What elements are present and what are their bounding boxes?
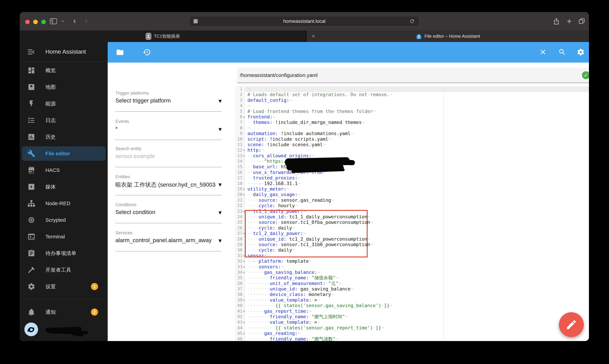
code-line-39: ········value_template:·>¬ — [247, 297, 589, 303]
close-icon[interactable] — [539, 48, 547, 56]
fold-arrow-icon[interactable]: ▾ — [243, 298, 245, 303]
line-number: 41▾ — [235, 309, 245, 314]
sidebar-toggle-icon[interactable] — [50, 18, 57, 24]
field-entities[interactable]: Entities晾衣架 工作状态 (sensor.hyd_cn_5900341…… — [115, 174, 222, 195]
line-number: 4 — [235, 103, 245, 108]
fold-arrow-icon[interactable]: ▾ — [243, 320, 245, 325]
tab-overview-icon[interactable] — [578, 18, 585, 25]
line-number: 25 — [235, 220, 245, 225]
edit-fab-button[interactable] — [559, 312, 584, 337]
share-icon[interactable] — [553, 18, 560, 25]
line-number: 26 — [235, 225, 245, 231]
fold-arrow-icon[interactable]: ▾ — [243, 148, 245, 153]
sidebar-item-file-editor[interactable]: File editor — [20, 145, 108, 162]
fold-arrow-icon[interactable]: ▾ — [243, 153, 245, 159]
dropdown-arrow-icon[interactable]: ▼ — [219, 99, 222, 104]
saved-check-icon: ✓ — [582, 71, 589, 79]
line-number: 29 — [235, 242, 245, 247]
line-number: 13▾ — [235, 153, 245, 158]
reload-icon[interactable] — [409, 18, 415, 24]
settings-gear-icon[interactable] — [577, 48, 585, 56]
forward-icon[interactable] — [83, 18, 90, 25]
sidebar-item-label: File editor — [45, 145, 70, 162]
code-line-18: ····-·192.168.31.1¬ — [247, 181, 589, 186]
hammer-icon — [27, 266, 35, 274]
sidebar-item-node-red[interactable]: Node-RED — [20, 195, 108, 212]
tab-badge: 1 — [146, 33, 151, 40]
sidebar-item-terminal[interactable]: Terminal — [20, 228, 108, 245]
fold-arrow-icon[interactable]: ▾ — [243, 114, 245, 120]
file-path-field[interactable]: /homeassistant/configuration.yaml ✓ — [237, 68, 589, 83]
code-editor[interactable]: 123456▾789101112▾13▾141516171819▾20▾2122… — [235, 86, 589, 341]
code-line-12: http:¬ — [247, 147, 589, 153]
line-number: 19▾ — [235, 186, 245, 192]
line-number: 27▾ — [235, 231, 245, 236]
field-trigger-platforms[interactable]: Trigger platformsSelect trigger platform… — [115, 91, 222, 112]
view-dashboard-icon — [27, 66, 35, 74]
sidebar-item-设置[interactable]: 设置1 — [20, 278, 108, 295]
sidebar-item-历史[interactable]: 历史 — [20, 129, 108, 145]
sidebar-divider — [20, 299, 108, 299]
fold-arrow-icon[interactable]: ▾ — [243, 186, 245, 192]
fold-arrow-icon[interactable]: ▾ — [243, 270, 245, 275]
sidebar-item-能源[interactable]: 能源 — [20, 95, 108, 112]
dropdown-arrow-icon[interactable]: ▼ — [219, 182, 222, 187]
code-line-3: default_config:¬ — [247, 98, 589, 103]
dropdown-arrow-icon[interactable]: ▼ — [219, 127, 222, 132]
field-value: alarm_control_panel.alarm_arm_away — [115, 237, 216, 244]
menu-toggle-icon[interactable] — [27, 49, 35, 55]
fold-arrow-icon[interactable]: ▾ — [243, 331, 245, 336]
pencil-icon — [566, 319, 577, 331]
history-icon[interactable] — [143, 48, 151, 56]
fold-arrow-icon[interactable]: ▾ — [243, 259, 245, 264]
user-profile-row[interactable] — [20, 321, 108, 338]
fold-arrow-icon[interactable]: ▾ — [243, 209, 245, 214]
address-bar[interactable]: homeassistant.local — [189, 16, 419, 26]
sidebar-item-label: 通知 — [45, 304, 56, 320]
folder-icon[interactable] — [116, 48, 124, 56]
sidebar-item-scrypted[interactable]: Scrypted — [20, 212, 108, 228]
sidebar-item-待办事项清单[interactable]: 待办事项清单 — [20, 245, 108, 261]
line-number: 7 — [235, 120, 245, 125]
fold-arrow-icon[interactable]: ▾ — [243, 231, 245, 236]
fullscreen-window-button[interactable] — [41, 20, 46, 24]
field-label: Events — [115, 119, 129, 124]
sidebar-item-概览[interactable]: 概览 — [20, 62, 108, 79]
code-line-1: ¬ — [247, 86, 589, 92]
close-window-button[interactable] — [25, 20, 30, 24]
line-number: 16 — [235, 170, 245, 175]
field-search-entity[interactable]: Search entitysensor.example — [115, 146, 222, 167]
sidebar-item-媒体[interactable]: 媒体 — [20, 178, 108, 195]
tab-tc1-smart-plug[interactable]: 1 TC1智能插座 — [20, 30, 306, 42]
tab-file-editor[interactable]: × File editor – Home Assistant — [306, 30, 589, 42]
sidebar-item-label: 地图 — [45, 79, 56, 95]
field-services[interactable]: Servicesalarm_control_panel.alarm_arm_aw… — [115, 230, 222, 251]
sidebar-item-开发者工具[interactable]: 开发者工具 — [20, 261, 108, 278]
hacs-store-icon: HACS — [27, 166, 35, 174]
field-events[interactable]: Events*▼ — [115, 119, 222, 140]
sidebar-item-日志[interactable]: 日志 — [20, 112, 108, 129]
field-label: Entities — [115, 174, 130, 180]
dropdown-arrow-icon[interactable]: ▼ — [219, 238, 222, 243]
minimize-window-button[interactable] — [33, 20, 38, 24]
avatar[interactable] — [24, 323, 38, 336]
clipboard-list-icon — [27, 249, 35, 257]
fold-arrow-icon[interactable]: ▾ — [243, 253, 245, 259]
sidebar-item-hacs[interactable]: HACSHACS — [20, 162, 108, 178]
field-value: * — [115, 126, 216, 132]
search-icon[interactable] — [558, 48, 567, 56]
field-conditions[interactable]: ConditionsSelect condition▼ — [115, 202, 222, 223]
sidebar-item-地图[interactable]: 地图 — [20, 79, 108, 95]
close-tab-icon[interactable]: × — [309, 30, 318, 42]
dropdown-arrow-icon[interactable]: ▼ — [219, 210, 222, 215]
line-number: 21 — [235, 197, 245, 203]
new-tab-icon[interactable] — [566, 18, 573, 25]
sidebar-item-notifications[interactable]: 通知2 — [20, 304, 108, 320]
back-icon[interactable] — [71, 18, 78, 25]
sidebar-item-通知[interactable]: 通知2 — [20, 304, 108, 320]
chevron-down-icon[interactable] — [61, 19, 65, 24]
line-number: 3 — [235, 98, 245, 103]
fold-arrow-icon[interactable]: ▾ — [243, 309, 245, 314]
fold-arrow-icon[interactable]: ▾ — [243, 264, 245, 270]
fold-arrow-icon[interactable]: ▾ — [243, 192, 245, 197]
